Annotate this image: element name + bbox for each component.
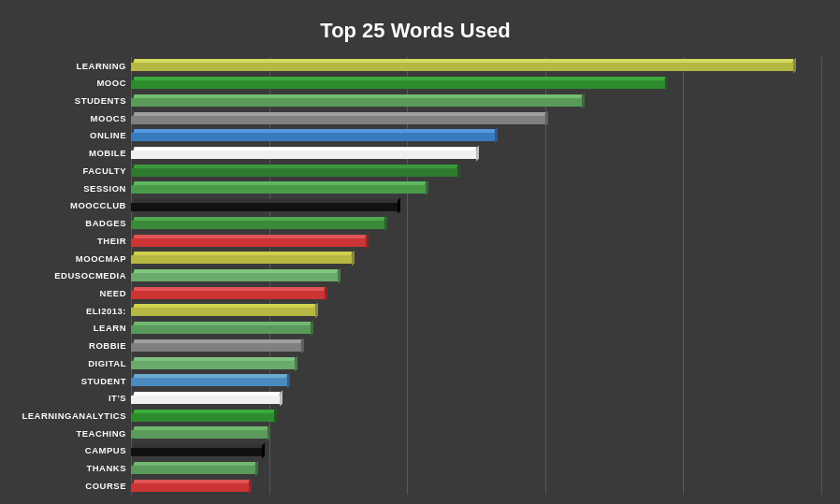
bar-side-face xyxy=(352,251,355,266)
bar-row xyxy=(131,181,821,194)
bar-row xyxy=(131,322,821,335)
bar-side-face xyxy=(301,338,304,353)
bar-row xyxy=(131,165,821,178)
bar-row xyxy=(131,235,821,248)
bar-row xyxy=(131,339,821,353)
bar-row xyxy=(131,199,821,212)
bar-main-face xyxy=(131,273,338,281)
bar-label: LEARNINGANALYTICS xyxy=(9,411,126,421)
bar-row xyxy=(131,269,821,282)
labels-column: LEARNINGMOOCSTUDENTSMOOCSONLINEMOBILEFAC… xyxy=(9,57,131,495)
bar-side-face xyxy=(280,391,282,407)
bar-label: MOBILE xyxy=(9,149,126,158)
bar-row xyxy=(131,462,821,475)
bar-side-face xyxy=(495,128,498,144)
bar-main-face xyxy=(131,430,268,439)
bar-label: ONLINE xyxy=(9,131,126,140)
bar-side-face xyxy=(545,110,548,126)
bar-side-face xyxy=(793,58,796,74)
chart-container: Top 25 Words Used LEARNINGMOOCSTUDENTSMO… xyxy=(0,0,840,504)
bar-row xyxy=(131,304,821,317)
bar-main-face xyxy=(131,116,545,124)
bar-main-face xyxy=(131,63,793,71)
bar-label: COURSE xyxy=(9,482,126,491)
bar-main-face xyxy=(131,80,665,89)
bar-label: STUDENTS xyxy=(9,96,126,106)
bar-main-face xyxy=(131,413,274,422)
bar-side-face xyxy=(287,373,290,389)
bar-label: MOOCS xyxy=(9,114,126,123)
bar-side-face xyxy=(249,478,252,494)
bar-row xyxy=(131,217,821,230)
bar-label: LEARN xyxy=(9,324,126,333)
bar-row xyxy=(131,392,821,405)
bar-row xyxy=(131,129,821,142)
bar-label: MOOCCLUB xyxy=(9,201,126,210)
bar-main-face xyxy=(131,238,366,247)
bars-area xyxy=(131,57,821,495)
bar-label: IT'S xyxy=(9,394,126,403)
bar-main-face xyxy=(131,448,262,456)
bar-main-face xyxy=(131,466,255,474)
bar-label: EDUSOCMEDIA xyxy=(9,271,126,281)
bar-main-face xyxy=(131,361,295,369)
bar-label: LEARNING xyxy=(9,62,126,71)
bar-row xyxy=(131,59,821,72)
bar-label: FACULTY xyxy=(9,166,126,176)
bar-side-face xyxy=(366,233,369,249)
bar-row xyxy=(131,426,821,439)
bar-label: BADGES xyxy=(9,219,126,228)
bar-main-face xyxy=(131,185,426,194)
bar-side-face xyxy=(665,76,668,92)
bar-label: ELI2013: xyxy=(9,307,126,316)
bar-main-face xyxy=(131,378,287,386)
bar-side-face xyxy=(274,408,277,424)
bar-side-face xyxy=(311,321,313,337)
bar-side-face xyxy=(426,180,428,196)
bar-main-face xyxy=(131,483,249,492)
bar-label: NEED xyxy=(9,289,126,298)
bar-main-face xyxy=(131,151,476,159)
grid-line xyxy=(821,57,822,495)
bar-row xyxy=(131,410,821,423)
bar-main-face xyxy=(131,168,457,177)
bar-row xyxy=(131,112,821,125)
bar-row xyxy=(131,444,821,457)
bar-label: STUDENT xyxy=(9,377,126,386)
bar-side-face xyxy=(268,425,270,441)
bar-main-face xyxy=(131,291,325,299)
bar-main-face xyxy=(131,203,398,211)
bar-label: THANKS xyxy=(9,464,126,473)
bar-label: SESSION xyxy=(9,184,126,194)
bar-side-face xyxy=(295,355,297,371)
bar-side-face xyxy=(398,198,400,214)
bar-row xyxy=(131,357,821,370)
bar-side-face xyxy=(255,460,258,476)
chart-body: LEARNINGMOOCSTUDENTSMOOCSONLINEMOBILEFAC… xyxy=(9,57,821,495)
bar-side-face xyxy=(384,215,387,231)
bar-side-face xyxy=(457,163,460,179)
bar-side-face xyxy=(262,443,265,459)
bar-label: ROBBIE xyxy=(9,341,126,351)
bar-label: THEIR xyxy=(9,237,126,246)
bar-side-face xyxy=(476,145,479,161)
bar-row xyxy=(131,77,821,90)
bar-label: DIGITAL xyxy=(9,359,126,368)
bar-main-face xyxy=(131,325,311,334)
bar-side-face xyxy=(338,267,340,283)
bar-label: MOOCMAP xyxy=(9,254,126,264)
bar-side-face xyxy=(315,303,318,319)
bar-side-face xyxy=(582,93,585,108)
bar-main-face xyxy=(131,133,495,141)
bar-row xyxy=(131,252,821,265)
bar-label: TEACHING xyxy=(9,429,126,439)
bar-row xyxy=(131,147,821,160)
chart-title: Top 25 Words Used xyxy=(9,19,821,43)
bar-main-face xyxy=(131,221,384,229)
bar-row xyxy=(131,480,821,493)
bar-label: MOOC xyxy=(9,79,126,88)
bar-main-face xyxy=(131,343,301,352)
bar-main-face xyxy=(131,308,315,316)
bar-main-face xyxy=(131,396,280,404)
bar-label: CAMPUS xyxy=(9,446,126,455)
